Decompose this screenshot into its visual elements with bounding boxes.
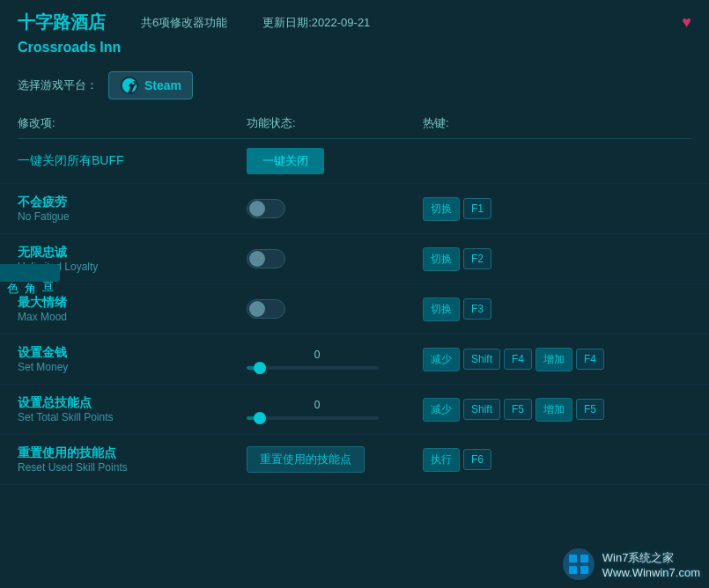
svg-point-1 bbox=[132, 82, 135, 85]
hk-inc-4[interactable]: 增加 bbox=[535, 398, 572, 422]
mod-name-2: 最大情绪Max Mood bbox=[18, 295, 247, 323]
svg-point-2 bbox=[563, 548, 595, 580]
mod-cn-2: 最大情绪 bbox=[18, 295, 247, 311]
watermark-text-block: Win7系统之家 Www.Winwin7.com bbox=[602, 550, 700, 579]
hk-shift-3[interactable]: Shift bbox=[463, 349, 500, 370]
svg-rect-5 bbox=[569, 566, 577, 574]
platform-row: 选择游戏平台： Steam bbox=[0, 64, 709, 112]
mod-status-2[interactable] bbox=[247, 299, 423, 319]
mod-row-1: 无限忠诚Unlimited Loyalty 切换 F2 bbox=[0, 234, 709, 284]
mod-status-0[interactable] bbox=[247, 199, 423, 218]
hk-exec-key-5[interactable]: F6 bbox=[463, 449, 491, 470]
column-headers: 修改项: 功能状态: 热键: bbox=[0, 112, 709, 135]
mod-hotkey-2: 切换 F3 bbox=[423, 298, 691, 321]
steam-icon bbox=[120, 76, 139, 95]
mod-row-3: 设置金钱Set Money 0 减少 Shift F4 增加 F4 bbox=[0, 334, 709, 385]
mod-hotkey-1: 切换 F2 bbox=[423, 247, 691, 271]
mod-status-4[interactable]: 0 bbox=[247, 399, 423, 420]
mod-cn-0: 不会疲劳 bbox=[18, 195, 247, 210]
slider-value-4: 0 bbox=[247, 399, 388, 411]
mod-en-3: Set Money bbox=[18, 361, 247, 373]
watermark: Win7系统之家 Www.Winwin7.com bbox=[562, 548, 700, 581]
mod-row-0: 不会疲劳No Fatigue 切换 F1 bbox=[0, 184, 709, 234]
hk-key-1[interactable]: F2 bbox=[463, 248, 491, 269]
windows-logo-icon bbox=[562, 548, 595, 581]
mod-row-2: 最大情绪Max Mood 切换 F3 bbox=[0, 284, 709, 334]
hk-inc-3[interactable]: 增加 bbox=[535, 348, 572, 371]
toggle-knob-1 bbox=[249, 251, 265, 267]
onekey-row: 一键关闭所有BUFF 一键关闭 bbox=[0, 139, 709, 184]
col-status-header: 功能状态: bbox=[247, 115, 423, 131]
platform-label: 选择游戏平台： bbox=[18, 77, 98, 93]
mod-name-0: 不会疲劳No Fatigue bbox=[18, 195, 247, 223]
hk-key-2[interactable]: F3 bbox=[463, 298, 491, 320]
mod-cn-4: 设置总技能点 bbox=[18, 395, 247, 411]
hk-dec-key-3[interactable]: F4 bbox=[504, 349, 532, 370]
slider-track-4[interactable] bbox=[247, 416, 379, 420]
slider-container-3: 0 bbox=[247, 349, 388, 370]
hk-exec-5[interactable]: 执行 bbox=[423, 448, 460, 472]
feature-count: 共6项修改器功能 bbox=[141, 15, 227, 31]
mod-hotkey-5: 执行 F6 bbox=[423, 448, 691, 472]
toggle-2[interactable] bbox=[247, 299, 285, 319]
hk-action-1[interactable]: 切换 bbox=[423, 247, 460, 271]
hk-action-0[interactable]: 切换 bbox=[423, 197, 460, 221]
toggle-knob-0 bbox=[249, 201, 265, 217]
toggle-0[interactable] bbox=[247, 199, 285, 218]
hk-key-0[interactable]: F1 bbox=[463, 198, 491, 219]
hk-shift-4[interactable]: Shift bbox=[463, 399, 500, 420]
mod-row-4: 设置总技能点Set Total Skill Points 0 减少 Shift … bbox=[0, 385, 709, 435]
toggle-knob-2 bbox=[249, 301, 265, 317]
onekey-status: 一键关闭 bbox=[247, 148, 423, 174]
mod-hotkey-0: 切换 F1 bbox=[423, 197, 691, 221]
slider-value-3: 0 bbox=[247, 349, 388, 361]
game-subtitle: Crossroads Inn bbox=[0, 40, 709, 64]
header: 十字路酒店 共6项修改器功能 更新日期:2022-09-21 ♥ bbox=[0, 0, 709, 40]
hk-inc-key-3[interactable]: F4 bbox=[576, 349, 604, 370]
mod-cn-1: 无限忠诚 bbox=[18, 245, 247, 261]
hk-dec-4[interactable]: 减少 bbox=[423, 398, 460, 422]
onekey-button[interactable]: 一键关闭 bbox=[247, 148, 324, 174]
mod-cn-3: 设置金钱 bbox=[18, 345, 247, 361]
mod-status-3[interactable]: 0 bbox=[247, 349, 423, 370]
mod-name-5: 重置使用的技能点Reset Used Skill Points bbox=[18, 445, 247, 474]
hk-inc-key-4[interactable]: F5 bbox=[576, 399, 604, 420]
update-date: 更新日期:2022-09-21 bbox=[262, 15, 370, 31]
steam-label: Steam bbox=[144, 78, 181, 92]
hk-dec-3[interactable]: 减少 bbox=[423, 348, 460, 371]
slider-track-3[interactable] bbox=[247, 366, 379, 370]
mod-en-0: No Fatigue bbox=[18, 210, 247, 223]
favorite-icon[interactable]: ♥ bbox=[682, 13, 691, 32]
toggle-1[interactable] bbox=[247, 249, 285, 268]
mod-en-4: Set Total Skill Points bbox=[18, 411, 247, 423]
mod-hotkey-4: 减少 Shift F5 增加 F5 bbox=[423, 398, 691, 422]
slider-thumb-4[interactable] bbox=[254, 412, 266, 424]
mod-status-5: 重置使用的技能点 bbox=[247, 446, 423, 473]
action-btn-5[interactable]: 重置使用的技能点 bbox=[247, 446, 365, 473]
hk-dec-key-4[interactable]: F5 bbox=[504, 399, 532, 420]
slider-container-4: 0 bbox=[247, 399, 388, 420]
svg-rect-4 bbox=[580, 555, 588, 562]
mod-row-5: 重置使用的技能点Reset Used Skill Points重置使用的技能点 … bbox=[0, 435, 709, 485]
mod-name-4: 设置总技能点Set Total Skill Points bbox=[18, 395, 247, 423]
col-hotkey-header: 热键: bbox=[423, 115, 691, 131]
mod-name-3: 设置金钱Set Money bbox=[18, 345, 247, 373]
hk-action-2[interactable]: 切换 bbox=[423, 298, 460, 321]
mod-rows-container: 不会疲劳No Fatigue 切换 F1无限忠诚Unlimited Loyalt… bbox=[0, 184, 709, 485]
mod-hotkey-3: 减少 Shift F4 增加 F4 bbox=[423, 348, 691, 371]
mod-en-5: Reset Used Skill Points bbox=[18, 461, 247, 474]
watermark-line1: Win7系统之家 bbox=[602, 550, 700, 566]
slider-thumb-3[interactable] bbox=[254, 362, 266, 374]
svg-rect-3 bbox=[569, 555, 577, 562]
side-tab[interactable]: 亘 角 色 bbox=[0, 264, 60, 282]
steam-button[interactable]: Steam bbox=[108, 71, 193, 99]
col-mod-header: 修改项: bbox=[18, 115, 247, 131]
mod-status-1[interactable] bbox=[247, 249, 423, 268]
mod-cn-5: 重置使用的技能点 bbox=[18, 445, 247, 461]
svg-rect-6 bbox=[580, 566, 588, 574]
game-title: 十字路酒店 bbox=[18, 11, 106, 34]
onekey-label: 一键关闭所有BUFF bbox=[18, 153, 247, 169]
mod-en-2: Max Mood bbox=[18, 311, 247, 323]
watermark-line2: Www.Winwin7.com bbox=[602, 566, 700, 579]
